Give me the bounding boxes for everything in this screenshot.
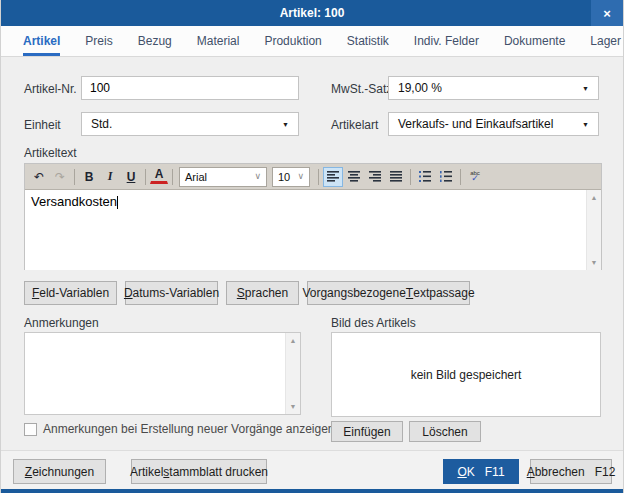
einfuegen-button[interactable]: Einfügen	[331, 421, 403, 442]
bild-placeholder: kein Bild gespeichert	[331, 332, 601, 417]
toolbar-separator	[460, 169, 461, 185]
scroll-down-icon[interactable]: ▼	[286, 403, 300, 410]
ok-label: OK	[457, 465, 474, 479]
chevron-down-icon: ∨	[297, 172, 304, 181]
underline-button[interactable]: U	[121, 167, 141, 187]
einheit-select[interactable]: Std. ▼	[81, 112, 299, 136]
close-button[interactable]: ×	[591, 0, 623, 26]
feld-variablen-button[interactable]: Feld-Variablen	[24, 281, 117, 305]
artikel-nr-input[interactable]	[81, 76, 299, 100]
align-left-button[interactable]	[323, 167, 343, 187]
anmerkungen-checkbox-label: Anmerkungen bei Erstellung neuer Vorgäng…	[43, 422, 335, 436]
scroll-up-icon[interactable]: ▲	[286, 337, 300, 344]
toolbar-separator	[74, 169, 75, 185]
font-size-combo[interactable]: 10 ∨	[272, 167, 310, 187]
align-center-button[interactable]	[344, 167, 364, 187]
dropdown-arrow-icon: ▼	[582, 121, 589, 128]
mwst-label: MwSt.-Satz	[331, 82, 392, 96]
artikeltext-editor: ↶ ↷ B I U A Arial ∨ 10 ∨	[24, 163, 602, 270]
font-color-button[interactable]: A	[150, 167, 168, 184]
text-caret	[117, 196, 118, 209]
artikelart-select[interactable]: Verkaufs- und Einkaufsartikel ▼	[388, 112, 599, 136]
scroll-down-icon[interactable]: ▼	[587, 259, 601, 266]
datums-variablen-button[interactable]: Datums-Variablen	[125, 281, 218, 305]
anmerkungen-checkbox[interactable]	[24, 423, 37, 436]
font-family-combo[interactable]: Arial ∨	[179, 167, 267, 187]
window-bottom-border	[1, 489, 623, 493]
tabbar: Artikel Preis Bezug Material Produktion …	[1, 26, 623, 57]
undo-icon: ↶	[34, 170, 44, 184]
rtf-toolbar: ↶ ↷ B I U A Arial ∨ 10 ∨	[25, 164, 601, 190]
bild-placeholder-text: kein Bild gespeichert	[411, 368, 522, 382]
ok-button[interactable]: OK F11	[443, 459, 519, 484]
font-size-value: 10	[278, 171, 290, 183]
loeschen-button[interactable]: Löschen	[409, 421, 481, 442]
align-center-icon	[348, 171, 360, 182]
toolbar-separator	[318, 169, 319, 185]
mwst-select[interactable]: 19,00 % ▼	[388, 76, 599, 100]
anmerkungen-label: Anmerkungen	[24, 316, 99, 330]
tab-produktion[interactable]: Produktion	[264, 26, 321, 56]
zeichnungen-button[interactable]: Zeichnungen	[13, 459, 106, 484]
italic-button[interactable]: I	[100, 167, 120, 187]
close-icon: ×	[603, 6, 611, 21]
abbrechen-label: Abbrechen	[527, 465, 585, 479]
artikeltext-scrollbar[interactable]: ▲ ▼	[586, 190, 601, 270]
align-right-button[interactable]	[365, 167, 385, 187]
font-family-value: Arial	[185, 171, 207, 183]
italic-icon: I	[108, 169, 113, 184]
artikelstammblatt-drucken-button[interactable]: Artikelstammblatt drucken	[131, 459, 267, 484]
tab-preis[interactable]: Preis	[85, 26, 112, 56]
artikel-nr-label: Artikel-Nr.	[24, 82, 77, 96]
align-right-icon	[369, 171, 381, 182]
tab-statistik[interactable]: Statistik	[347, 26, 389, 56]
tab-material[interactable]: Material	[197, 26, 240, 56]
toolbar-separator	[172, 169, 173, 185]
spellcheck-check-icon: ✓	[471, 174, 479, 183]
bullet-list-icon	[419, 171, 431, 182]
vorgangsbezogene-textpassage-button[interactable]: Vorgangsbezogene Textpassage	[307, 281, 470, 305]
bild-label: Bild des Artikels	[331, 316, 416, 330]
spellcheck-button[interactable]: abc ✓	[465, 167, 485, 187]
artikelart-label: Artikelart	[331, 118, 378, 132]
window-title: Artikel: 100	[280, 6, 345, 20]
einheit-label: Einheit	[24, 118, 61, 132]
tab-indiv-felder[interactable]: Indiv. Felder	[414, 26, 479, 56]
footer: Zeichnungen Artikelstammblatt drucken OK…	[1, 450, 624, 489]
undo-button[interactable]: ↶	[29, 167, 49, 187]
tab-artikel[interactable]: Artikel	[23, 26, 60, 56]
scroll-up-icon[interactable]: ▲	[587, 194, 601, 201]
align-justify-button[interactable]	[386, 167, 406, 187]
titlebar: Artikel: 100 ×	[1, 0, 623, 26]
sprachen-button[interactable]: Sprachen	[226, 281, 299, 305]
redo-button[interactable]: ↷	[50, 167, 70, 187]
anmerkungen-scrollbar[interactable]: ▲ ▼	[285, 333, 300, 414]
align-left-icon	[327, 171, 339, 182]
bold-button[interactable]: B	[79, 167, 99, 187]
anmerkungen-checkbox-row: Anmerkungen bei Erstellung neuer Vorgäng…	[24, 422, 335, 436]
tab-dokumente[interactable]: Dokumente	[504, 26, 565, 56]
dropdown-arrow-icon: ▼	[282, 121, 289, 128]
mwst-value: 19,00 %	[398, 81, 442, 95]
artikelart-value: Verkaufs- und Einkaufsartikel	[398, 117, 553, 131]
font-color-icon: A	[155, 167, 164, 181]
bold-icon: B	[85, 170, 94, 184]
ok-key-label: F11	[485, 465, 505, 479]
align-justify-icon	[390, 171, 402, 182]
abbrechen-button[interactable]: Abbrechen F12	[530, 459, 612, 484]
numbered-list-button[interactable]	[436, 167, 456, 187]
toolbar-separator	[145, 169, 146, 185]
anmerkungen-textarea[interactable]: ▲ ▼	[24, 332, 301, 415]
redo-icon: ↷	[55, 170, 65, 184]
abbrechen-key-label: F12	[595, 465, 616, 479]
artikeltext-text: Versandkosten	[31, 194, 117, 209]
dropdown-arrow-icon: ▼	[582, 85, 589, 92]
artikel-dialog: Artikel: 100 × Artikel Preis Bezug Mater…	[0, 0, 624, 493]
einheit-value: Std.	[91, 117, 112, 131]
artikeltext-label: Artikeltext	[24, 146, 77, 160]
artikeltext-content[interactable]: Versandkosten ▲ ▼	[25, 190, 601, 270]
chevron-down-icon: ∨	[254, 172, 261, 181]
tab-lager[interactable]: Lager	[590, 26, 621, 56]
bullet-list-button[interactable]	[415, 167, 435, 187]
tab-bezug[interactable]: Bezug	[138, 26, 172, 56]
